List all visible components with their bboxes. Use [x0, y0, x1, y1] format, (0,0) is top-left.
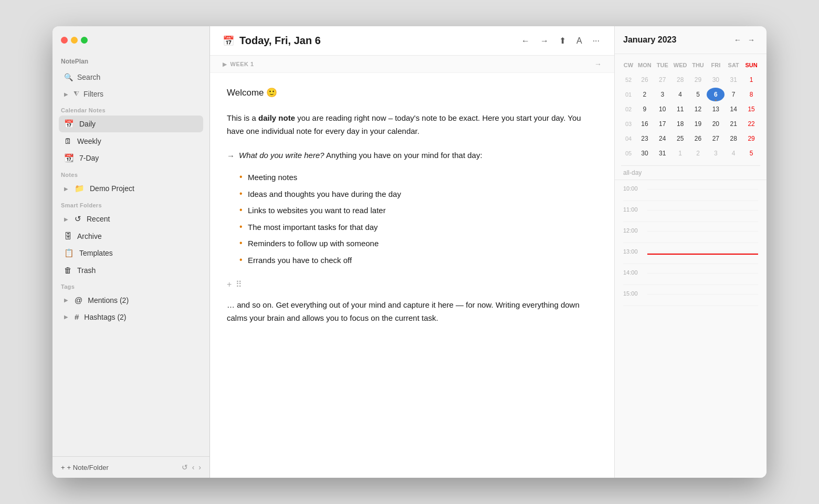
search-icon: 🔍 [64, 73, 73, 81]
smart-folders-section: Smart Folders [61, 202, 201, 208]
cal-day-cell[interactable]: 26 [689, 132, 707, 145]
cal-day-cell[interactable]: 4 [671, 88, 689, 101]
add-note-folder-button[interactable]: + + Note/Folder [61, 464, 177, 471]
arrow-icon: → [227, 149, 235, 163]
cal-day-cell[interactable]: 9 [636, 102, 654, 116]
sidebar-item-trash[interactable]: 🗑 Trash [59, 262, 203, 278]
cal-day-cell[interactable]: 10 [654, 102, 671, 116]
cal-day-cell[interactable]: 19 [689, 117, 707, 131]
cal-header-cell: THU [689, 58, 707, 72]
cal-day-cell[interactable]: 1 [671, 146, 689, 160]
cal-day-cell[interactable]: 2 [689, 146, 707, 160]
calendar-header: January 2023 ← → [615, 26, 766, 54]
cal-day-cell[interactable]: 2 [636, 88, 654, 101]
maximize-button[interactable] [81, 37, 88, 44]
cal-day-cell[interactable]: 21 [724, 117, 742, 131]
cal-day-cell[interactable]: 28 [671, 73, 689, 87]
cal-day-cell[interactable]: 26 [636, 73, 654, 87]
bullet-list: Meeting notesIdeas and thoughts you have… [239, 171, 597, 267]
7day-label: 7-Day [79, 154, 99, 162]
demo-project-label: Demo Project [90, 184, 134, 193]
cal-day-cell[interactable]: 3 [654, 88, 671, 101]
trash-label: Trash [77, 266, 96, 275]
sidebar-item-7day[interactable]: 📆 7-Day [59, 150, 203, 166]
templates-icon: 📋 [64, 248, 74, 258]
search-item[interactable]: 🔍 Search [59, 69, 203, 85]
chevron-icon: ▶ [64, 216, 68, 222]
sidebar-item-mentions[interactable]: ▶ @ Mentions (2) [59, 292, 203, 308]
mentions-icon: @ [75, 296, 82, 304]
cal-day-cell[interactable]: 30 [707, 73, 724, 87]
cal-day-cell[interactable]: 5 [742, 146, 760, 160]
cal-day-cell[interactable]: 14 [724, 102, 742, 116]
cal-day-cell[interactable]: 1 [742, 73, 760, 87]
bullet-item: Reminders to follow up with someone [239, 237, 597, 250]
cal-day-cell[interactable]: 17 [654, 117, 671, 131]
cal-day-cell[interactable]: 23 [636, 132, 654, 145]
cal-day-cell[interactable]: 6 [707, 88, 724, 101]
sidebar-item-daily[interactable]: 📅 Daily [59, 116, 203, 132]
welcome-text: Welcome 🙂 [227, 86, 597, 101]
title-calendar-icon: 📅 [223, 35, 234, 47]
minimize-button[interactable] [71, 37, 78, 44]
sidebar-item-templates[interactable]: 📋 Templates [59, 245, 203, 261]
cal-day-cell[interactable]: 20 [707, 117, 724, 131]
cal-day-cell[interactable]: 24 [654, 132, 671, 145]
cal-day-cell[interactable]: 13 [707, 102, 724, 116]
share-button[interactable]: ⬆ [557, 34, 568, 48]
cal-day-cell[interactable]: 30 [636, 146, 654, 160]
sidebar: NotePlan 🔍 Search ▶ ⧨ Filters Calendar N… [52, 26, 210, 478]
back-nav-button[interactable]: ← [519, 34, 532, 48]
cal-day-cell[interactable]: 31 [654, 146, 671, 160]
sidebar-item-demo-project[interactable]: ▶ 📁 Demo Project [59, 180, 203, 197]
cal-day-cell[interactable]: 29 [689, 73, 707, 87]
cal-day-cell[interactable]: 29 [742, 132, 760, 145]
more-button[interactable]: ··· [591, 34, 602, 48]
cal-day-cell[interactable]: 31 [724, 73, 742, 87]
cal-week-number: 01 [621, 88, 636, 101]
cal-day-cell[interactable]: 22 [742, 117, 760, 131]
cal-header-cell: TUE [654, 58, 671, 72]
cal-day-cell[interactable]: 11 [671, 102, 689, 116]
time-line [647, 210, 758, 211]
sidebar-item-recent[interactable]: ▶ ↺ Recent [59, 211, 203, 227]
back-icon[interactable]: ‹ [192, 463, 195, 471]
week-arrow-icon[interactable]: → [594, 60, 602, 68]
cal-day-cell[interactable]: 3 [707, 146, 724, 160]
cal-day-cell[interactable]: 18 [671, 117, 689, 131]
arrow-prompt-italic: What do you write here? [239, 151, 324, 160]
right-panel: January 2023 ← → CWMONTUEWEDTHUFRISATSUN… [614, 26, 766, 478]
add-item-row[interactable]: + ⠿ [227, 275, 597, 293]
cal-day-cell[interactable]: 5 [689, 88, 707, 101]
calendar-grid: CWMONTUEWEDTHUFRISATSUN52262728293031101… [615, 54, 766, 165]
cal-day-cell[interactable]: 16 [636, 117, 654, 131]
sidebar-item-archive[interactable]: 🗄 Archive [59, 228, 203, 244]
forward-icon[interactable]: › [198, 463, 201, 471]
cal-day-cell[interactable]: 7 [724, 88, 742, 101]
cal-next-button[interactable]: → [744, 34, 758, 46]
week-chevron-icon: ▶ [223, 61, 227, 67]
cal-day-cell[interactable]: 4 [724, 146, 742, 160]
cal-day-cell[interactable]: 28 [724, 132, 742, 145]
cal-day-cell[interactable]: 27 [654, 73, 671, 87]
close-button[interactable] [61, 37, 68, 44]
sidebar-item-weekly[interactable]: 🗓 Weekly [59, 133, 203, 149]
time-slot: 11:00 [623, 201, 758, 222]
forward-nav-button[interactable]: → [538, 34, 551, 48]
editor-body[interactable]: Welcome 🙂 This is a daily note you are r… [210, 73, 614, 478]
cal-day-cell[interactable]: 12 [689, 102, 707, 116]
cal-day-cell[interactable]: 15 [742, 102, 760, 116]
font-button[interactable]: A [574, 34, 584, 48]
cal-header-cell: FRI [707, 58, 724, 72]
chevron-icon: ▶ [64, 186, 68, 192]
calendar-header-row: CWMONTUEWEDTHUFRISATSUN [621, 58, 760, 72]
refresh-icon[interactable]: ↺ [182, 463, 188, 471]
filters-item[interactable]: ▶ ⧨ Filters [59, 86, 203, 102]
sidebar-item-hashtags[interactable]: ▶ # Hashtags (2) [59, 309, 203, 325]
cal-day-cell[interactable]: 25 [671, 132, 689, 145]
bullet-item: Links to websites you want to read later [239, 204, 597, 217]
cal-prev-button[interactable]: ← [731, 34, 744, 46]
cal-day-cell[interactable]: 27 [707, 132, 724, 145]
arrow-prompt-suffix: Anything you have on your mind for that … [326, 151, 482, 160]
cal-day-cell[interactable]: 8 [742, 88, 760, 101]
